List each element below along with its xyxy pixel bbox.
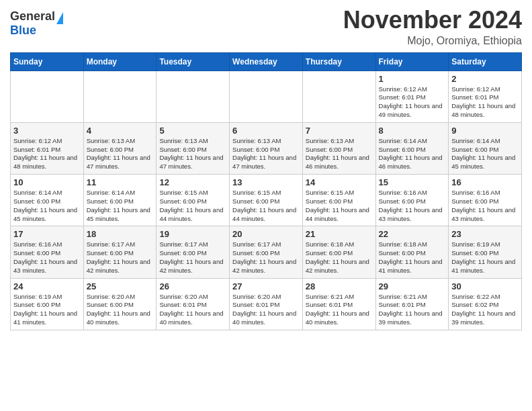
calendar-day-cell: 18Sunrise: 6:17 AMSunset: 6:00 PMDayligh… <box>83 226 157 278</box>
day-info: Sunrise: 6:19 AMSunset: 6:00 PMDaylight:… <box>451 240 519 275</box>
day-info: Sunrise: 6:17 AMSunset: 6:00 PMDaylight:… <box>159 240 226 275</box>
day-info: Sunrise: 6:18 AMSunset: 6:00 PMDaylight:… <box>306 240 373 275</box>
logo-icon <box>56 12 63 24</box>
day-number: 21 <box>306 229 373 239</box>
calendar-day-cell: 11Sunrise: 6:14 AMSunset: 6:00 PMDayligh… <box>83 175 157 226</box>
day-number: 13 <box>232 177 300 187</box>
month-title: November 2024 <box>343 7 522 34</box>
calendar-day-cell: 13Sunrise: 6:15 AMSunset: 6:00 PMDayligh… <box>230 175 303 226</box>
calendar-day-cell: 20Sunrise: 6:17 AMSunset: 6:00 PMDayligh… <box>230 226 303 278</box>
day-info: Sunrise: 6:16 AMSunset: 6:00 PMDaylight:… <box>451 189 519 223</box>
day-info: Sunrise: 6:20 AMSunset: 6:01 PMDaylight:… <box>159 293 226 327</box>
calendar-page: General Blue November 2024 Mojo, Oromiya… <box>0 0 532 340</box>
calendar-day-cell <box>11 71 84 122</box>
calendar-day-cell: 7Sunrise: 6:13 AMSunset: 6:00 PMDaylight… <box>302 122 375 174</box>
day-info: Sunrise: 6:17 AMSunset: 6:00 PMDaylight:… <box>87 240 154 275</box>
calendar-week-row: 3Sunrise: 6:12 AMSunset: 6:01 PMDaylight… <box>11 122 522 174</box>
calendar-week-row: 10Sunrise: 6:14 AMSunset: 6:00 PMDayligh… <box>11 175 522 226</box>
calendar-day-cell <box>230 71 303 122</box>
day-number: 27 <box>232 281 300 291</box>
day-number: 2 <box>451 74 519 84</box>
calendar-day-cell: 4Sunrise: 6:13 AMSunset: 6:00 PMDaylight… <box>83 122 157 174</box>
calendar-day-cell: 22Sunrise: 6:18 AMSunset: 6:00 PMDayligh… <box>375 226 449 278</box>
day-info: Sunrise: 6:13 AMSunset: 6:00 PMDaylight:… <box>87 137 154 171</box>
weekday-header: Sunday <box>11 52 84 71</box>
calendar-day-cell: 12Sunrise: 6:15 AMSunset: 6:00 PMDayligh… <box>157 175 230 226</box>
calendar-day-cell: 6Sunrise: 6:13 AMSunset: 6:00 PMDaylight… <box>230 122 303 174</box>
calendar-day-cell: 26Sunrise: 6:20 AMSunset: 6:01 PMDayligh… <box>157 278 230 330</box>
day-number: 30 <box>451 281 519 291</box>
day-number: 28 <box>306 281 373 291</box>
location-title: Mojo, Oromiya, Ethiopia <box>343 35 522 47</box>
day-info: Sunrise: 6:16 AMSunset: 6:00 PMDaylight:… <box>13 240 81 275</box>
day-info: Sunrise: 6:21 AMSunset: 6:01 PMDaylight:… <box>306 293 373 327</box>
calendar-week-row: 24Sunrise: 6:19 AMSunset: 6:00 PMDayligh… <box>11 278 522 330</box>
day-info: Sunrise: 6:13 AMSunset: 6:00 PMDaylight:… <box>232 137 300 171</box>
day-info: Sunrise: 6:14 AMSunset: 6:00 PMDaylight:… <box>13 189 81 223</box>
day-info: Sunrise: 6:21 AMSunset: 6:01 PMDaylight:… <box>379 293 446 327</box>
day-info: Sunrise: 6:17 AMSunset: 6:00 PMDaylight:… <box>232 240 300 275</box>
day-number: 11 <box>87 177 154 187</box>
day-info: Sunrise: 6:14 AMSunset: 6:00 PMDaylight:… <box>451 137 519 171</box>
day-number: 1 <box>379 74 446 84</box>
logo: General Blue <box>10 7 63 38</box>
day-number: 6 <box>232 126 300 136</box>
day-number: 4 <box>87 126 154 136</box>
weekday-header-row: SundayMondayTuesdayWednesdayThursdayFrid… <box>11 52 522 71</box>
day-info: Sunrise: 6:13 AMSunset: 6:00 PMDaylight:… <box>159 137 226 171</box>
day-info: Sunrise: 6:15 AMSunset: 6:00 PMDaylight:… <box>306 189 373 223</box>
calendar-day-cell: 25Sunrise: 6:20 AMSunset: 6:00 PMDayligh… <box>83 278 157 330</box>
calendar-day-cell: 15Sunrise: 6:16 AMSunset: 6:00 PMDayligh… <box>375 175 449 226</box>
header: General Blue November 2024 Mojo, Oromiya… <box>10 7 522 47</box>
day-number: 26 <box>159 281 226 291</box>
calendar-week-row: 1Sunrise: 6:12 AMSunset: 6:01 PMDaylight… <box>11 71 522 122</box>
day-info: Sunrise: 6:13 AMSunset: 6:00 PMDaylight:… <box>306 137 373 171</box>
calendar-day-cell: 8Sunrise: 6:14 AMSunset: 6:00 PMDaylight… <box>375 122 449 174</box>
calendar-day-cell: 3Sunrise: 6:12 AMSunset: 6:01 PMDaylight… <box>11 122 84 174</box>
day-number: 29 <box>379 281 446 291</box>
day-info: Sunrise: 6:12 AMSunset: 6:01 PMDaylight:… <box>379 85 446 120</box>
day-info: Sunrise: 6:15 AMSunset: 6:00 PMDaylight:… <box>159 189 226 223</box>
day-number: 15 <box>379 177 446 187</box>
title-block: November 2024 Mojo, Oromiya, Ethiopia <box>343 7 522 47</box>
calendar-day-cell: 16Sunrise: 6:16 AMSunset: 6:00 PMDayligh… <box>449 175 522 226</box>
day-info: Sunrise: 6:15 AMSunset: 6:00 PMDaylight:… <box>232 189 300 223</box>
logo-blue-text: Blue <box>10 24 36 38</box>
calendar-day-cell: 19Sunrise: 6:17 AMSunset: 6:00 PMDayligh… <box>157 226 230 278</box>
weekday-header: Saturday <box>449 52 522 71</box>
day-info: Sunrise: 6:16 AMSunset: 6:00 PMDaylight:… <box>379 189 446 223</box>
calendar-day-cell <box>157 71 230 122</box>
calendar-day-cell <box>302 71 375 122</box>
weekday-header: Monday <box>83 52 157 71</box>
day-number: 17 <box>13 229 81 239</box>
calendar-day-cell: 23Sunrise: 6:19 AMSunset: 6:00 PMDayligh… <box>449 226 522 278</box>
day-number: 10 <box>13 177 81 187</box>
weekday-header: Friday <box>375 52 449 71</box>
day-number: 9 <box>451 126 519 136</box>
day-number: 3 <box>13 126 81 136</box>
weekday-header: Wednesday <box>230 52 303 71</box>
weekday-header: Thursday <box>302 52 375 71</box>
calendar-day-cell: 9Sunrise: 6:14 AMSunset: 6:00 PMDaylight… <box>449 122 522 174</box>
calendar-day-cell: 21Sunrise: 6:18 AMSunset: 6:00 PMDayligh… <box>302 226 375 278</box>
calendar-day-cell: 29Sunrise: 6:21 AMSunset: 6:01 PMDayligh… <box>375 278 449 330</box>
day-number: 19 <box>159 229 226 239</box>
day-number: 14 <box>306 177 373 187</box>
calendar-day-cell: 24Sunrise: 6:19 AMSunset: 6:00 PMDayligh… <box>11 278 84 330</box>
day-info: Sunrise: 6:14 AMSunset: 6:00 PMDaylight:… <box>87 189 154 223</box>
calendar-table: SundayMondayTuesdayWednesdayThursdayFrid… <box>10 52 522 330</box>
weekday-header: Tuesday <box>157 52 230 71</box>
calendar-day-cell: 28Sunrise: 6:21 AMSunset: 6:01 PMDayligh… <box>302 278 375 330</box>
day-number: 7 <box>306 126 373 136</box>
calendar-day-cell: 5Sunrise: 6:13 AMSunset: 6:00 PMDaylight… <box>157 122 230 174</box>
day-number: 22 <box>379 229 446 239</box>
day-info: Sunrise: 6:14 AMSunset: 6:00 PMDaylight:… <box>379 137 446 171</box>
day-number: 16 <box>451 177 519 187</box>
calendar-day-cell: 27Sunrise: 6:20 AMSunset: 6:01 PMDayligh… <box>230 278 303 330</box>
day-info: Sunrise: 6:20 AMSunset: 6:00 PMDaylight:… <box>87 293 154 327</box>
day-number: 25 <box>87 281 154 291</box>
day-number: 23 <box>451 229 519 239</box>
calendar-day-cell: 14Sunrise: 6:15 AMSunset: 6:00 PMDayligh… <box>302 175 375 226</box>
day-number: 8 <box>379 126 446 136</box>
day-info: Sunrise: 6:19 AMSunset: 6:00 PMDaylight:… <box>13 293 81 327</box>
